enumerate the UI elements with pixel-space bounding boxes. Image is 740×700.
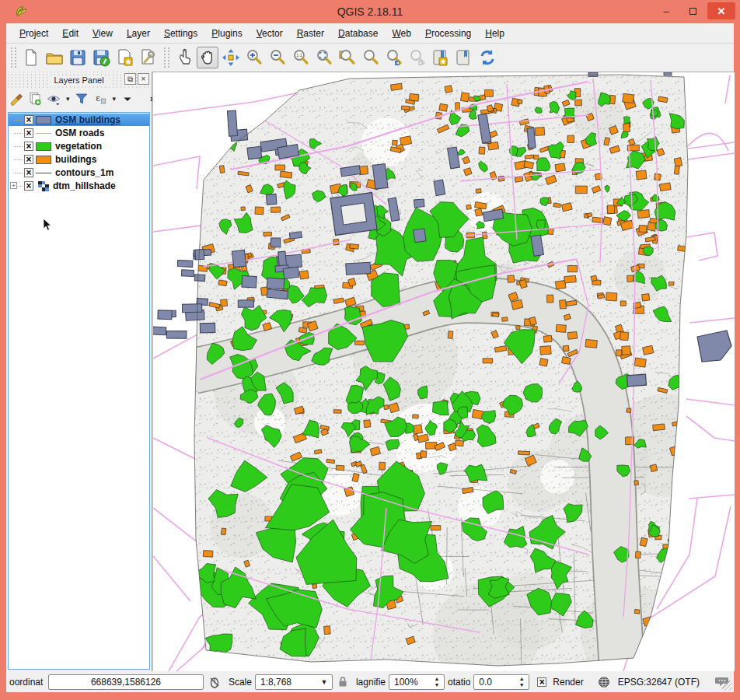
layer-swatch [36, 156, 51, 164]
panel-tool-add-group-button[interactable] [28, 92, 42, 106]
layers-panel: Layers Panel ⧉ × ▾ε▾» ×OSM buildings×OSM… [6, 72, 152, 671]
layer-row-contours-1m[interactable]: ×contours_1m [9, 166, 149, 179]
magnifier-spin[interactable]: 100% ▲▼ [389, 674, 445, 690]
maximize-button[interactable] [681, 2, 704, 19]
new-bookmark-button[interactable] [430, 47, 452, 68]
composer-manager-button[interactable] [137, 47, 159, 68]
open-project-button[interactable] [44, 47, 65, 68]
minimize-button[interactable]: – [654, 2, 678, 19]
refresh-button[interactable] [476, 47, 498, 68]
save-project-button[interactable] [67, 47, 89, 68]
layer-row-osm-buildings[interactable]: ×OSM buildings [9, 114, 149, 126]
layer-name: dtm_hillshade [53, 180, 116, 191]
expression-icon: ε [93, 92, 107, 106]
bookmark-new-icon [431, 48, 450, 67]
panel-float-button[interactable]: ⧉ [124, 73, 136, 85]
scale-combo[interactable]: 1:8,768 ▼ [255, 674, 333, 690]
tree-guide [15, 173, 23, 173]
menu-view[interactable]: View [86, 25, 120, 42]
layer-swatch [38, 181, 49, 191]
scale-dropdown-icon[interactable]: ▼ [318, 676, 330, 688]
caret-icon [120, 92, 134, 106]
map-canvas[interactable] [152, 72, 734, 671]
tree-guide [15, 159, 23, 160]
layer-name: buildings [55, 154, 96, 165]
layer-row-buildings[interactable]: ×buildings [9, 153, 149, 166]
layer-checkbox[interactable]: × [24, 128, 33, 138]
menu-processing[interactable]: Processing [418, 25, 478, 42]
new-composer-button[interactable] [113, 47, 135, 68]
menu-help[interactable]: Help [478, 25, 511, 42]
status-bar: oordinat 668639,1586126 Scale 1:8,768 ▼ … [6, 671, 734, 692]
menu-plugins[interactable]: Plugins [204, 25, 249, 42]
menu-web[interactable]: Web [385, 25, 417, 42]
layer-row-vegetation[interactable]: ×vegetation [9, 140, 149, 152]
close-button[interactable]: ✕ [707, 2, 735, 19]
zoom-next-button[interactable] [407, 47, 428, 68]
touch-zoom-pan-button[interactable] [173, 47, 195, 68]
composer-mgr-icon [138, 48, 157, 67]
pan-to-selection-button[interactable] [220, 47, 242, 68]
layer-swatch [36, 142, 51, 151]
layer-checkbox[interactable]: × [24, 115, 33, 124]
zoom-in-button[interactable] [243, 47, 265, 68]
toolbar-grip[interactable] [164, 47, 169, 68]
layer-row-dtm-hillshade[interactable]: +×dtm_hillshade [9, 180, 149, 192]
coordinate-input[interactable]: 668639,1586126 [48, 674, 204, 690]
tree-guide [15, 120, 23, 121]
resize-grip[interactable] [722, 681, 732, 691]
refresh-icon [478, 48, 497, 67]
new-project-button[interactable] [20, 47, 42, 68]
pan-map-button[interactable] [197, 47, 218, 68]
save-icon [68, 48, 87, 67]
save-as-icon [92, 48, 110, 67]
layer-checkbox[interactable]: × [24, 142, 33, 151]
coordinate-label: oordinat [9, 677, 45, 688]
panel-close-button[interactable]: × [138, 73, 149, 85]
zoom-full-button[interactable] [313, 47, 335, 68]
rotation-spin[interactable]: 0.0 ▲▼ [473, 674, 529, 690]
mouse-position-icon[interactable] [208, 676, 221, 688]
menu-layer[interactable]: Layer [120, 25, 157, 42]
menu-database[interactable]: Database [331, 25, 385, 42]
layer-name: OSM buildings [55, 114, 120, 125]
layer-checkbox[interactable]: × [24, 181, 33, 191]
zoom-to-selection-button[interactable] [360, 47, 382, 68]
svg-text:1:1: 1:1 [296, 53, 302, 58]
panel-tool-styling-button[interactable] [9, 92, 23, 106]
zoom-next-icon [408, 48, 427, 67]
panel-tool-expression-button[interactable]: ε [93, 92, 107, 106]
menu-raster[interactable]: Raster [290, 25, 331, 42]
zoom-out-button[interactable] [267, 47, 288, 68]
zoom-to-layer-button[interactable] [337, 47, 358, 68]
panel-tool-visibility-button[interactable] [47, 92, 61, 106]
toolbar-grip[interactable] [11, 47, 16, 68]
panel-tool-filter-button[interactable] [75, 92, 89, 106]
crs-globe-icon[interactable] [598, 676, 610, 688]
rotation-up-icon: ▲ [516, 676, 527, 682]
zoom-native-button[interactable]: 1:1 [290, 47, 312, 68]
styling-icon [9, 92, 23, 106]
layer-name: contours_1m [55, 167, 113, 178]
add-group-icon [28, 92, 42, 106]
layer-checkbox[interactable]: × [24, 155, 33, 164]
render-checkbox[interactable]: × [537, 677, 546, 687]
menu-settings[interactable]: Settings [157, 25, 204, 42]
panel-tool-caret-button[interactable] [120, 92, 134, 106]
layer-swatch [36, 133, 51, 134]
layer-checkbox[interactable]: × [24, 168, 33, 177]
expander-icon[interactable]: + [10, 182, 17, 189]
scale-lock-icon[interactable] [337, 676, 348, 688]
menu-project[interactable]: Project [12, 25, 55, 42]
menu-vector[interactable]: Vector [250, 25, 290, 42]
layer-row-osm-roads[interactable]: ×OSM roads [9, 127, 149, 139]
menu-edit[interactable]: Edit [55, 25, 86, 42]
crs-status[interactable]: EPSG:32647 (OTF) [618, 677, 700, 688]
layer-name: vegetation [55, 141, 102, 152]
show-bookmarks-button[interactable] [453, 47, 475, 68]
magnifier-down-icon: ▼ [431, 682, 442, 688]
save-project-as-button[interactable] [90, 47, 112, 68]
zoom-last-button[interactable] [383, 47, 405, 68]
main-toolbar: 1:1 [6, 44, 734, 72]
rotation-down-icon: ▼ [516, 682, 527, 688]
